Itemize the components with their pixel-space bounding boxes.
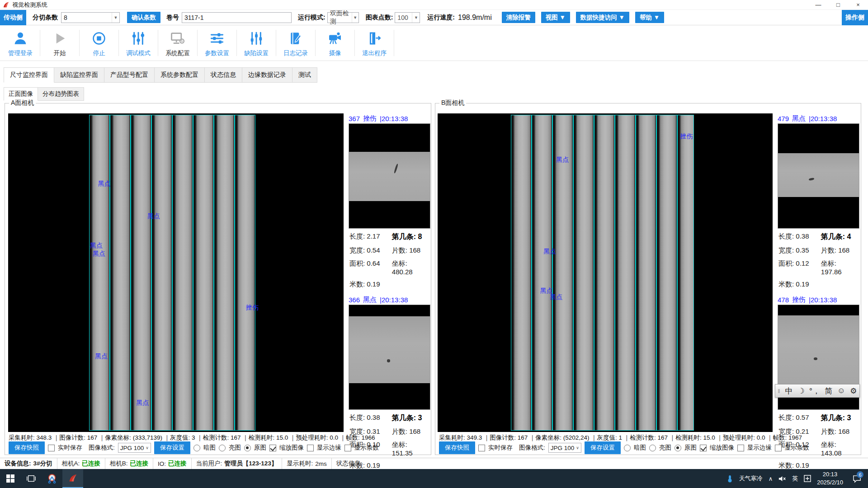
original-image-radio[interactable] [675, 445, 681, 451]
speaker-mute-icon[interactable] [778, 475, 786, 482]
start-button[interactable] [0, 469, 21, 488]
run-mode-value: 双面检测 [330, 9, 352, 26]
chart-points-select[interactable]: 100 ▼ [395, 12, 420, 23]
defect-type: 挫伤 [363, 114, 377, 123]
coord-value: 197.86 [821, 268, 842, 276]
tab-system-param-config[interactable]: 系统参数配置 [155, 67, 205, 83]
defect-time: |20:13:38 [380, 296, 408, 304]
tray-expand-chevron[interactable]: ∧ [769, 475, 773, 482]
bright-image-radio[interactable] [219, 445, 226, 451]
icon-label: 停止 [93, 49, 105, 57]
data-quick-access-button[interactable]: 数据快捷访问 ▼ [576, 12, 629, 23]
start-button[interactable]: 开始 [41, 25, 78, 61]
save-snapshot-button[interactable]: 保存快照 [9, 441, 45, 454]
defect-card-list: 367 挫伤 |20:13:38 长度: 2.17 第几条: 8 宽度: 0.5… [349, 114, 430, 470]
exit-program-button[interactable]: 退出程序 [356, 25, 393, 61]
log-book-icon [288, 30, 303, 47]
stop-button[interactable]: 停止 [80, 25, 118, 61]
log-record-button[interactable]: 日志记录 [277, 25, 314, 61]
defect-thumbnail[interactable] [349, 305, 430, 410]
ime-mode-icon[interactable] [804, 475, 811, 482]
dark-image-radio[interactable] [624, 445, 631, 451]
clear-alarm-button[interactable]: 清除报警 [502, 12, 535, 23]
save-settings-button[interactable]: 保存设置 [585, 441, 621, 454]
save-snapshot-button[interactable]: 保存快照 [439, 441, 475, 454]
language-indicator[interactable]: 英 [792, 474, 798, 483]
weather-text[interactable]: 天气寒冷 [739, 474, 763, 483]
strip-label: 第几条: [821, 233, 845, 240]
realtime-save-checkbox[interactable] [48, 445, 55, 451]
defect-label: 黑点 [147, 212, 160, 221]
help-menu-button[interactable]: 帮助 ▼ [635, 12, 664, 23]
ime-emoji-button[interactable]: ☺ [837, 386, 845, 395]
snipping-tool-button[interactable] [42, 469, 62, 488]
tab-status-info[interactable]: 状态信息 [205, 67, 242, 83]
minimize-button[interactable]: — [808, 0, 828, 10]
show-edges-checkbox[interactable] [737, 445, 744, 451]
coord-label: 坐标: [392, 259, 407, 267]
image-format-select[interactable]: JPG 100 ∨ [548, 443, 581, 453]
slit-count-select[interactable]: 8 ▼ [61, 12, 120, 23]
chart-points-label: 图表点数: [366, 14, 393, 22]
main-area: A面相机 黑点 黑点 黑点 黑点 挫伤 黑点 黑点 367 挫伤 |20:13:… [0, 101, 868, 458]
image-format-select[interactable]: JPG 100 ∨ [118, 443, 151, 453]
zoom-image-checkbox[interactable] [269, 445, 276, 451]
divider [315, 30, 316, 56]
save-settings-button[interactable]: 保存设置 [154, 441, 190, 454]
taskbar-tray: 天气寒冷 ∧ 英 20:13 2025/2/10 6 [726, 469, 868, 488]
close-button[interactable]: × [848, 0, 868, 10]
maximize-button[interactable]: □ [828, 0, 848, 10]
length-label: 长度: [778, 232, 794, 240]
debug-mode-button[interactable]: 调试模式 [120, 25, 157, 61]
notification-center-button[interactable]: 6 [849, 469, 864, 488]
defect-settings-button[interactable]: 缺陷设置 [238, 25, 275, 61]
zoom-image-checkbox[interactable] [700, 445, 707, 451]
roll-no-input[interactable]: 3117-1 [182, 12, 292, 23]
subtab-trend-chart[interactable]: 分布趋势图表 [38, 87, 84, 101]
realtime-save-checkbox[interactable] [478, 445, 485, 451]
original-image-label: 原图 [254, 444, 266, 452]
defect-thumbnail[interactable] [349, 123, 430, 229]
dark-image-radio[interactable] [193, 445, 200, 451]
ime-drag-handle[interactable]: ‖ [778, 388, 780, 394]
operator-side-button[interactable]: 操作侧 [842, 10, 868, 25]
task-view-button[interactable] [21, 469, 42, 488]
run-mode-select[interactable]: 双面检测 ▼ [327, 12, 359, 23]
ime-punctuation-button[interactable]: °， [809, 386, 820, 396]
tab-edge-data-record[interactable]: 边缘数据记录 [242, 67, 292, 83]
original-image-radio[interactable] [244, 445, 251, 451]
show-strips-checkbox[interactable] [775, 445, 782, 451]
ime-simplified-button[interactable]: 简 [825, 386, 833, 396]
show-strips-checkbox[interactable] [344, 445, 351, 451]
defect-thumbnail[interactable] [778, 123, 859, 229]
bright-image-radio[interactable] [649, 445, 656, 451]
coord-label: 坐标: [821, 441, 836, 448]
admin-login-button[interactable]: 管理登录 [2, 25, 39, 61]
tab-product-model-config[interactable]: 产品型号配置 [104, 67, 155, 83]
icon-label: 缺陷设置 [244, 49, 269, 57]
param-settings-button[interactable]: 参数设置 [198, 25, 236, 61]
system-config-button[interactable]: 系统配置 [159, 25, 196, 61]
chevron-down-icon[interactable]: ▼ [352, 13, 359, 23]
taskbar-clock[interactable]: 20:13 2025/2/10 [817, 470, 843, 486]
confirm-count-button[interactable]: 确认条数 [127, 12, 160, 23]
view-menu-button[interactable]: 视图 ▼ [541, 12, 570, 23]
chevron-down-icon[interactable]: ▼ [112, 13, 119, 23]
exit-door-icon [367, 30, 382, 47]
capture-button[interactable]: 摄像 [316, 25, 354, 61]
ime-settings-gear-icon[interactable]: ⚙ [850, 386, 857, 396]
tab-test[interactable]: 测试 [292, 67, 317, 83]
ime-language-button[interactable]: 中 [785, 386, 793, 396]
snipping-tool-icon [47, 474, 57, 483]
chevron-down-icon[interactable]: ▼ [412, 13, 420, 23]
tab-defect-monitor[interactable]: 缺陷监控界面 [54, 67, 104, 83]
transmission-side-button[interactable]: 传动侧 [0, 10, 26, 25]
chevron-down-icon[interactable]: ∨ [144, 446, 151, 450]
ime-moon-icon[interactable]: ☽ [797, 386, 804, 396]
vision-app-taskbar-button[interactable] [62, 469, 83, 488]
defect-no: 478 [778, 296, 789, 304]
defect-type: 挫伤 [792, 296, 806, 304]
show-edges-checkbox[interactable] [307, 445, 314, 451]
tab-size-monitor[interactable]: 尺寸监控界面 [4, 67, 54, 83]
chevron-down-icon[interactable]: ∨ [574, 446, 581, 450]
